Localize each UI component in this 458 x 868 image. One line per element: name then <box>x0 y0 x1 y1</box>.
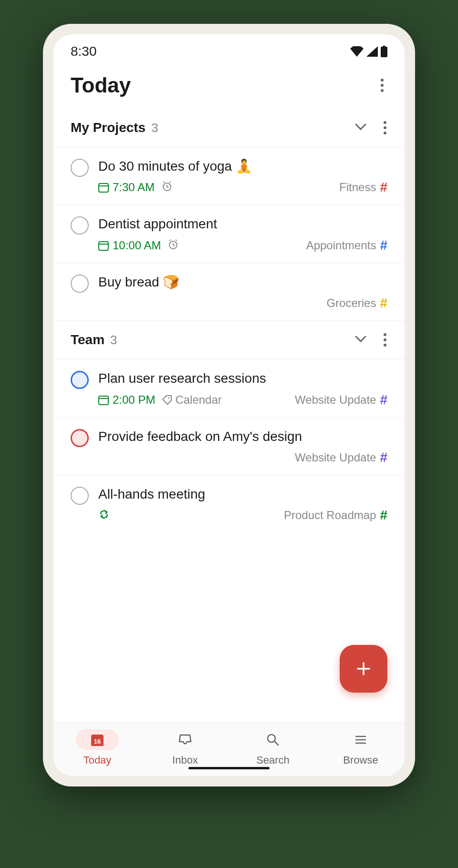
task-row[interactable]: Dentist appointment 10:00 AM Appointment… <box>53 205 405 263</box>
task-list: My Projects 3 Do 30 minutes of yoga 🧘 7:… <box>53 109 405 722</box>
today-icon: 16 <box>90 732 105 747</box>
status-icons <box>350 46 387 57</box>
task-row[interactable]: Buy bread 🍞 Groceries # <box>53 263 405 321</box>
battery-icon <box>381 46 387 57</box>
task-title: Plan user research sessions <box>98 370 387 387</box>
svg-text:16: 16 <box>94 738 101 745</box>
calendar-icon <box>98 182 109 193</box>
project-tag[interactable]: Website Update # <box>295 450 387 465</box>
section-title: Team <box>71 332 104 347</box>
hash-icon: # <box>380 238 387 253</box>
calendar-icon <box>98 240 109 251</box>
nav-browse[interactable]: Browse <box>317 729 405 766</box>
tag-icon <box>162 395 172 405</box>
menu-icon <box>353 732 368 747</box>
alarm-icon <box>167 239 179 252</box>
project-tag[interactable]: Product Roadmap # <box>284 508 387 523</box>
svg-rect-0 <box>381 47 387 57</box>
nav-label: Search <box>256 754 290 766</box>
project-tag[interactable]: Website Update # <box>295 392 387 408</box>
hash-icon: # <box>380 450 387 465</box>
calendar-icon <box>98 395 109 405</box>
status-bar: 8:30 <box>53 34 405 64</box>
task-title: Do 30 minutes of yoga 🧘 <box>98 158 387 175</box>
task-checkbox[interactable] <box>71 429 89 447</box>
alarm-icon <box>161 181 173 194</box>
task-title: Buy bread 🍞 <box>98 274 387 291</box>
svg-rect-1 <box>383 46 385 47</box>
task-row[interactable]: Plan user research sessions 2:00 PM Cale… <box>53 359 405 417</box>
project-tag[interactable]: Fitness # <box>339 180 387 195</box>
task-checkbox[interactable] <box>71 371 89 389</box>
status-time: 8:30 <box>71 44 97 59</box>
chevron-down-icon[interactable] <box>347 120 374 136</box>
chevron-down-icon[interactable] <box>347 332 374 348</box>
svg-rect-2 <box>99 184 108 192</box>
home-indicator[interactable] <box>188 767 270 769</box>
nav-search[interactable]: Search <box>229 729 317 766</box>
section-more-button[interactable] <box>380 329 390 350</box>
hash-icon: # <box>380 508 387 523</box>
nav-inbox[interactable]: Inbox <box>141 729 229 766</box>
task-row[interactable]: Do 30 minutes of yoga 🧘 7:30 AM Fitness <box>53 147 405 205</box>
section-title: My Projects <box>71 120 146 135</box>
search-icon <box>265 732 281 747</box>
due-date: 7:30 AM <box>98 181 155 194</box>
task-title: Provide feedback on Amy's design <box>98 428 387 445</box>
wifi-icon <box>350 46 364 57</box>
task-title: Dentist appointment <box>98 215 387 233</box>
recurring-icon <box>98 509 110 522</box>
svg-point-10 <box>168 397 170 398</box>
task-checkbox[interactable] <box>71 275 89 293</box>
project-tag[interactable]: Groceries # <box>326 296 387 311</box>
project-tag[interactable]: Appointments # <box>306 238 387 253</box>
task-checkbox[interactable] <box>71 216 89 235</box>
due-date: 10:00 AM <box>98 239 161 252</box>
hash-icon: # <box>380 296 387 311</box>
task-row[interactable]: Provide feedback on Amy's design Website… <box>53 418 405 475</box>
section-header-my-projects[interactable]: My Projects 3 <box>53 109 405 147</box>
section-header-team[interactable]: Team 3 <box>53 321 405 359</box>
hash-icon: # <box>380 180 387 195</box>
nav-label: Browse <box>343 754 378 766</box>
task-checkbox[interactable] <box>71 159 89 177</box>
nav-today[interactable]: 16 Today <box>53 729 141 766</box>
plus-icon <box>355 660 372 677</box>
task-title: All-hands meeting <box>98 486 387 503</box>
inbox-icon <box>177 732 193 747</box>
svg-rect-5 <box>99 242 108 250</box>
section-count: 3 <box>151 121 158 135</box>
nav-label: Inbox <box>172 754 198 766</box>
add-task-button[interactable] <box>340 645 387 693</box>
header-more-button[interactable] <box>377 75 387 96</box>
page-header: Today <box>53 64 405 109</box>
label-tag[interactable]: Calendar <box>162 393 221 407</box>
hash-icon: # <box>380 392 387 408</box>
svg-rect-8 <box>99 396 108 405</box>
task-row[interactable]: All-hands meeting Product Roadmap # <box>53 475 405 532</box>
page-title: Today <box>71 73 131 97</box>
nav-label: Today <box>83 754 112 766</box>
section-more-button[interactable] <box>380 117 390 138</box>
due-date: 2:00 PM <box>98 393 155 407</box>
section-count: 3 <box>110 333 117 347</box>
svg-line-15 <box>274 741 278 745</box>
task-checkbox[interactable] <box>71 487 89 505</box>
signal-icon <box>366 46 378 57</box>
